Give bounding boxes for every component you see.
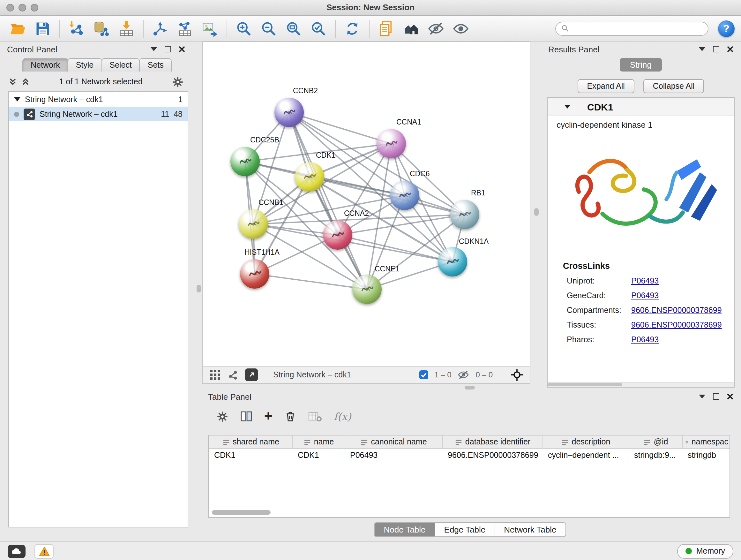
hidden-eye-slash-icon[interactable] bbox=[458, 369, 469, 381]
clone-network-button[interactable] bbox=[174, 17, 197, 39]
network-node-ccnb1[interactable] bbox=[239, 209, 268, 239]
panel-menu-icon[interactable] bbox=[151, 47, 157, 51]
tree-expand-icon[interactable] bbox=[14, 97, 20, 102]
column-header[interactable]: description bbox=[543, 435, 629, 449]
table-cell[interactable]: stringdb bbox=[683, 449, 730, 462]
table-cell[interactable]: stringdb:9... bbox=[629, 449, 683, 462]
zoom-fit-button[interactable] bbox=[282, 17, 305, 39]
table-cell[interactable]: cyclin–dependent ... bbox=[543, 449, 629, 462]
tab-select[interactable]: Select bbox=[101, 58, 140, 71]
tab-sets[interactable]: Sets bbox=[139, 58, 172, 71]
network-node-hist1h1a[interactable] bbox=[240, 259, 269, 289]
panel-menu-icon[interactable] bbox=[699, 47, 705, 51]
zoom-selected-button[interactable] bbox=[307, 17, 330, 39]
panel-menu-icon[interactable] bbox=[699, 395, 705, 398]
crosslink-link[interactable]: P06493 bbox=[631, 276, 659, 285]
gear-icon[interactable] bbox=[172, 76, 184, 88]
import-table-button[interactable] bbox=[115, 17, 138, 39]
export-image-button[interactable] bbox=[199, 17, 221, 39]
help-button[interactable]: ? bbox=[718, 20, 735, 37]
network-canvas[interactable]: CCNB2CCNA1CDC25BCDK1CDC6RB1CCNB1CCNA2CDK… bbox=[202, 42, 530, 367]
import-network-from-database-button[interactable] bbox=[90, 17, 113, 39]
search-box[interactable] bbox=[555, 21, 709, 36]
table-cell[interactable]: CDK1 bbox=[209, 449, 293, 462]
function-builder-button[interactable]: f(x) bbox=[334, 410, 351, 422]
table-cell[interactable]: P06493 bbox=[345, 449, 443, 462]
delete-column-trash-icon[interactable] bbox=[284, 410, 297, 423]
crosslink-link[interactable]: P06493 bbox=[631, 335, 659, 344]
selected-checkbox-icon[interactable] bbox=[419, 370, 428, 379]
network-node-cdc6[interactable] bbox=[390, 181, 419, 210]
column-header[interactable]: shared name bbox=[209, 435, 293, 449]
select-columns-icon[interactable] bbox=[240, 410, 253, 423]
tab-node-table[interactable]: Node Table bbox=[374, 522, 435, 537]
home-button[interactable] bbox=[400, 17, 422, 39]
network-share-icon[interactable] bbox=[227, 369, 239, 381]
export-view-button[interactable] bbox=[245, 368, 258, 381]
column-header[interactable]: @id bbox=[629, 435, 683, 449]
network-row-selected[interactable]: String Network – cdk1 11 48 bbox=[9, 107, 188, 121]
tab-network-table[interactable]: Network Table bbox=[494, 522, 566, 537]
refresh-button[interactable] bbox=[341, 17, 364, 39]
column-header[interactable]: canonical name bbox=[345, 435, 443, 449]
birds-eye-view-icon[interactable] bbox=[209, 369, 221, 381]
right-splitter-handle[interactable] bbox=[534, 208, 539, 216]
float-panel-icon[interactable] bbox=[713, 393, 719, 400]
network-node-label: RB1 bbox=[471, 189, 485, 197]
table-row[interactable]: CDK1 CDK1 P06493 9606.ENSP00000378699 cy… bbox=[209, 449, 730, 462]
collapse-all-icon[interactable] bbox=[8, 77, 17, 86]
expand-all-icon[interactable] bbox=[21, 77, 30, 86]
float-panel-icon[interactable] bbox=[713, 46, 719, 52]
crosslink-link[interactable]: 9606.ENSP00000378699 bbox=[631, 306, 722, 314]
table-settings-gear-icon[interactable] bbox=[216, 410, 228, 422]
network-collection-row[interactable]: String Network – cdk1 1 bbox=[9, 92, 188, 107]
tab-style[interactable]: Style bbox=[68, 58, 102, 71]
float-panel-icon[interactable] bbox=[165, 46, 171, 52]
string-tab-badge[interactable]: String bbox=[620, 58, 662, 71]
tab-network[interactable]: Network bbox=[22, 58, 68, 71]
crosshair-icon[interactable] bbox=[511, 368, 523, 381]
collapse-all-button[interactable]: Collapse All bbox=[643, 79, 704, 93]
column-header[interactable]: namespac bbox=[683, 435, 730, 449]
network-node-cdkn1a[interactable] bbox=[438, 247, 467, 276]
table-cell[interactable]: CDK1 bbox=[293, 449, 345, 462]
close-panel-icon[interactable] bbox=[727, 46, 733, 52]
network-node-ccnb2[interactable] bbox=[274, 98, 304, 127]
network-node-ccna1[interactable] bbox=[377, 129, 406, 159]
left-splitter-handle[interactable] bbox=[197, 285, 201, 293]
add-column-icon[interactable]: + bbox=[264, 410, 273, 423]
close-panel-icon[interactable] bbox=[727, 393, 733, 400]
crosslink-link[interactable]: 9606.ENSP00000378699 bbox=[631, 320, 722, 329]
zoom-in-button[interactable] bbox=[232, 17, 255, 39]
show-all-panels-button[interactable] bbox=[449, 17, 472, 39]
copy-document-button[interactable] bbox=[375, 17, 398, 39]
table-horizontal-scrollbar[interactable] bbox=[212, 510, 271, 515]
column-header[interactable]: database identifier bbox=[443, 435, 543, 449]
bottom-splitter-handle[interactable] bbox=[465, 386, 475, 389]
memory-button[interactable]: Memory bbox=[677, 544, 733, 558]
save-session-button[interactable] bbox=[31, 17, 54, 39]
hide-all-panels-button[interactable] bbox=[424, 17, 448, 39]
refresh-icon bbox=[344, 20, 360, 37]
close-panel-icon[interactable] bbox=[179, 46, 185, 52]
open-session-button[interactable] bbox=[6, 17, 29, 39]
results-scrollbar[interactable] bbox=[548, 382, 734, 387]
tab-edge-table[interactable]: Edge Table bbox=[434, 522, 495, 537]
crosslink-link[interactable]: P06493 bbox=[631, 291, 659, 300]
cloud-status-button[interactable] bbox=[8, 544, 25, 558]
new-network-button[interactable] bbox=[149, 17, 172, 39]
import-network-from-file-button[interactable] bbox=[65, 17, 88, 39]
network-node-cdc25b[interactable] bbox=[230, 147, 260, 176]
gene-header-row[interactable]: CDK1 bbox=[548, 98, 734, 116]
column-header[interactable]: name bbox=[293, 435, 345, 449]
zoom-out-button[interactable] bbox=[257, 17, 280, 39]
network-node-rb1[interactable] bbox=[450, 200, 479, 229]
collapse-gene-icon[interactable] bbox=[564, 105, 570, 109]
search-input[interactable] bbox=[572, 23, 703, 34]
network-node-ccne1[interactable] bbox=[352, 274, 382, 304]
warnings-button[interactable] bbox=[35, 544, 54, 558]
table-cell[interactable]: 9606.ENSP00000378699 bbox=[443, 449, 543, 462]
network-node-ccna2[interactable] bbox=[323, 220, 352, 250]
expand-all-button[interactable]: Expand All bbox=[578, 79, 634, 93]
network-node-cdk1[interactable] bbox=[295, 162, 324, 192]
